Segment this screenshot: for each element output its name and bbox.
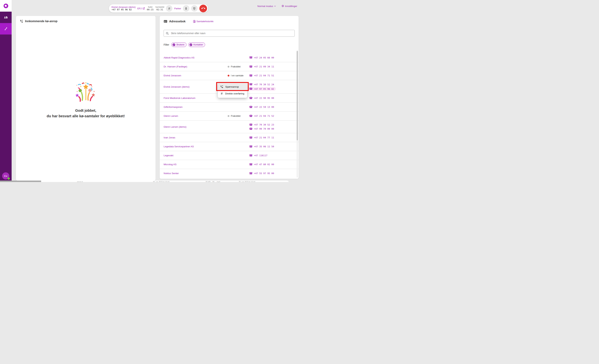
phone-icon: ☎: [249, 145, 253, 148]
scrollbar-thumb[interactable]: [297, 51, 298, 140]
phone-icon: ☎: [249, 128, 253, 130]
contact-phone-number[interactable]: ☎+47 22 59 13 00: [249, 106, 274, 109]
status-dot-offline: [228, 115, 229, 117]
contact-list: Abbott Rapid Diagnostics AS ☎+47 24 05 6…: [160, 53, 299, 178]
contact-name[interactable]: Ivan Jonas: [164, 136, 228, 139]
search-icon: [166, 32, 169, 35]
contact-phone-number[interactable]: ☎+47 21 09 34 11: [249, 65, 274, 68]
caller-info: Eivind Jonassen (demo) +47 97 05 96 82: [112, 6, 136, 11]
contact-status: Frakoblet: [228, 65, 249, 68]
end-call-button[interactable]: [199, 5, 207, 12]
phone-icon: ☎: [249, 163, 253, 166]
contact-row[interactable]: Legevakt ☎+47 116117: [160, 151, 299, 160]
search-input[interactable]: [171, 32, 293, 35]
queue-time: Køtid 00:15: [147, 6, 154, 11]
sidebar-item-contacts[interactable]: [0, 12, 12, 23]
contact-row[interactable]: Ivan Jonas ☎+47 21 04 77 11: [160, 133, 299, 142]
contact-phone-number[interactable]: ☎+47 116117: [249, 154, 267, 157]
menu-item-label: Spørreanrop: [225, 86, 239, 88]
contact-phone-number[interactable]: ☎+47 24 05 66 00: [249, 56, 274, 59]
clipped-window-strip: …anrop.h 20. jun 2022 kl 10:44 00 KB – M…: [0, 181, 300, 182]
addressbook-icon: [164, 19, 167, 23]
queue-empty-title: Godt jobbet,: [16, 109, 156, 113]
contact-name[interactable]: Abbott Rapid Diagnostics AS: [164, 56, 228, 59]
contact-name[interactable]: Glenn Larsen (demo): [164, 126, 228, 128]
celebration-illustration: [75, 82, 97, 104]
filter-chip-contacts[interactable]: Kontakter: [188, 42, 205, 47]
call-history-icon: [193, 20, 196, 23]
contact-row[interactable]: Legedata Servicepartner AS ☎+47 35 06 11…: [160, 142, 299, 151]
contact-name[interactable]: Glenn Larsen: [164, 115, 228, 117]
contact-phone-number[interactable]: ☎+47 70 30 52 24: [249, 83, 274, 86]
contact-status: Frakoblet: [228, 115, 249, 117]
contact-phone-number[interactable]: ☎+47 35 06 11 50: [249, 145, 274, 148]
caller-name: Eivind Jonassen (demo): [112, 6, 136, 9]
filter-chip-label: Brukere: [176, 43, 184, 46]
epj-link[interactable]: EPJ: [137, 7, 145, 10]
contact-name[interactable]: Legevakt: [164, 154, 228, 157]
logo-icon: [4, 4, 8, 8]
contact-row[interactable]: Eivind Jonassen I en samtale ☎+47 21 04 …: [160, 71, 299, 80]
contact-name[interactable]: Legedata Servicepartner AS: [164, 145, 228, 148]
talk-time-label: Samtaletid: [155, 6, 164, 8]
contact-phone-number[interactable]: ☎+47 70 30 52 23: [249, 123, 274, 126]
dialpad-button[interactable]: [191, 5, 198, 12]
microphone-icon: [185, 7, 188, 10]
settings-button[interactable]: ⚙ Innstillinger: [282, 5, 297, 8]
filter-chip-users[interactable]: Brukere: [171, 42, 186, 47]
queue-panel-title: Innkommende kø-anrop: [25, 20, 57, 23]
contact-phone-number[interactable]: ☎+47 21 04 71 52: [249, 115, 274, 117]
menu-item-label: Direkte overføring: [225, 92, 244, 95]
contact-name[interactable]: Microlog AS: [164, 163, 228, 166]
dialpad-icon: [193, 7, 196, 10]
contact-row[interactable]: Microlog AS ☎+47 47 80 02 00: [160, 160, 299, 169]
contact-phone-number[interactable]: ☎+47 47 80 02 00: [249, 163, 274, 166]
contact-row[interactable]: Glenn Larsen Frakoblet ☎+47 21 04 71 52: [160, 111, 299, 120]
phone-icon: ☎: [249, 83, 253, 86]
clipped-window-edge: [0, 181, 41, 182]
phone-forward-icon: [220, 85, 223, 88]
menu-item-direct-transfer[interactable]: Direkte overføring: [218, 90, 247, 97]
contact-phone-number[interactable]: ☎+47 21 04 77 11: [249, 136, 274, 139]
phone-icon: ☎: [249, 87, 253, 90]
contact-phone-number[interactable]: ☎+47 55 97 95 00: [249, 172, 274, 175]
contact-phone-number-active[interactable]: ☎+47 97 05 96 82: [248, 87, 276, 91]
phone-icon: ☎: [249, 115, 253, 117]
swap-arrows-icon: [168, 7, 171, 10]
app-logo[interactable]: [0, 0, 12, 12]
contact-row[interactable]: Glenn Larsen (demo) ☎+47 70 30 52 23 ☎+4…: [160, 120, 299, 133]
contact-phone-number[interactable]: ☎+47 22 90 95 00: [249, 97, 274, 100]
clipped-text: 20. jun 2022 kl 10:44: [239, 181, 255, 182]
talk-time: Samtaletid 02:31: [155, 6, 164, 11]
contact-name[interactable]: Dr. Hansen (Fastlege): [164, 65, 228, 68]
status-dot-offline: [228, 66, 229, 68]
phone-icon: ☎: [249, 136, 253, 139]
call-history-link[interactable]: Samtalehistorikk: [193, 20, 213, 23]
park-call-button[interactable]: Parker: [174, 7, 181, 10]
epj-label: EPJ: [137, 7, 142, 10]
transfer-call-button[interactable]: [166, 5, 172, 12]
phone-icon: ☎: [249, 74, 253, 77]
user-avatar[interactable]: Eiv: [2, 172, 9, 180]
contact-phone-number[interactable]: ☎+47 21 04 71 51: [249, 74, 274, 77]
contact-row[interactable]: Noklus Senter ☎+47 55 97 95 00: [160, 169, 299, 178]
hang-up-icon: [201, 6, 205, 10]
app-window: Eiv Eivind Jonassen (demo) +47 97 05 96 …: [0, 0, 300, 182]
call-history-label: Samtalehistorikk: [196, 20, 213, 23]
menu-item-consult-call[interactable]: Spørreanrop: [218, 83, 247, 90]
mute-microphone-button[interactable]: [183, 5, 189, 12]
contact-row[interactable]: Abbott Rapid Diagnostics AS ☎+47 24 05 6…: [160, 53, 299, 62]
chevron-down-icon: [274, 5, 276, 7]
sidebar-item-queue-active[interactable]: [0, 23, 12, 35]
phone-icon: ☎: [249, 154, 253, 157]
phone-icon: ☎: [249, 56, 253, 59]
contact-name[interactable]: Noklus Senter: [164, 172, 228, 175]
mode-selector[interactable]: Normal modus: [257, 5, 276, 8]
contact-phone-number[interactable]: ☎+47 99 70 00 00: [249, 128, 274, 130]
contact-search: [164, 30, 295, 37]
filter-row: Filter Brukere Kontakter: [164, 42, 205, 47]
contact-name[interactable]: Giftinformasjonen: [164, 106, 228, 108]
contact-row[interactable]: Dr. Hansen (Fastlege) Frakoblet ☎+47 21 …: [160, 62, 299, 71]
contact-name[interactable]: Eivind Jonassen: [164, 74, 228, 77]
contact-row[interactable]: Giftinformasjonen ☎+47 22 59 13 00: [160, 103, 299, 111]
